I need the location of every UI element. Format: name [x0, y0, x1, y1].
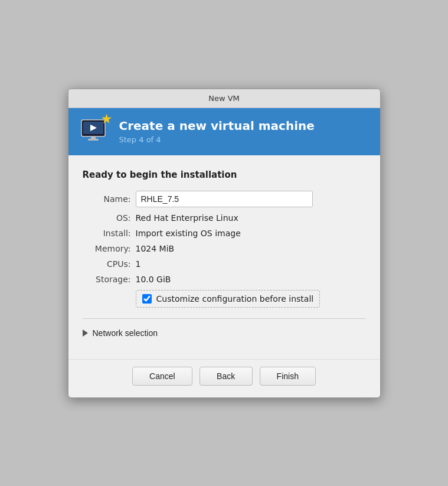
install-label: Install: [83, 229, 136, 238]
titlebar: New VM [68, 89, 380, 108]
header-subtitle: Step 4 of 4 [119, 135, 315, 144]
finish-button[interactable]: Finish [260, 367, 316, 386]
name-label: Name: [83, 194, 136, 204]
triangle-right-icon [83, 330, 88, 337]
customize-checkbox[interactable] [142, 294, 152, 304]
form-grid: Name: OS: Red Hat Enterprise Linux Insta… [83, 191, 366, 308]
svg-rect-4 [88, 139, 99, 141]
monitor-icon [79, 116, 107, 145]
new-vm-window: New VM Create a new virtual machine Step… [68, 89, 381, 398]
header-text: Create a new virtual machine Step 4 of 4 [119, 119, 315, 144]
memory-label: Memory: [83, 244, 136, 253]
header-banner: Create a new virtual machine Step 4 of 4 [68, 108, 380, 155]
os-value: Red Hat Enterprise Linux [136, 213, 366, 223]
back-button[interactable]: Back [200, 367, 253, 386]
storage-label: Storage: [83, 275, 136, 284]
content-area: Ready to begin the installation Name: OS… [68, 155, 380, 359]
section-title: Ready to begin the installation [83, 169, 366, 180]
memory-value: 1024 MiB [136, 244, 366, 253]
install-value: Import existing OS image [136, 229, 366, 238]
os-label: OS: [83, 213, 136, 223]
footer-buttons: Cancel Back Finish [68, 359, 380, 397]
customize-checkbox-area: Customize configuration before install [136, 290, 366, 308]
network-toggle-button[interactable]: Network selection [83, 326, 158, 340]
name-input[interactable] [136, 191, 313, 207]
cancel-button[interactable]: Cancel [132, 367, 192, 386]
window-title: New VM [208, 94, 240, 103]
vm-icon-container [79, 116, 110, 147]
network-section: Network selection [83, 318, 366, 340]
cpus-label: CPUs: [83, 259, 136, 269]
customize-label[interactable]: Customize configuration before install [136, 290, 321, 308]
network-label: Network selection [93, 328, 158, 338]
storage-value: 10.0 GiB [136, 275, 366, 284]
cpus-value: 1 [136, 259, 366, 269]
customize-checkbox-label: Customize configuration before install [156, 294, 314, 304]
header-title: Create a new virtual machine [119, 119, 315, 133]
